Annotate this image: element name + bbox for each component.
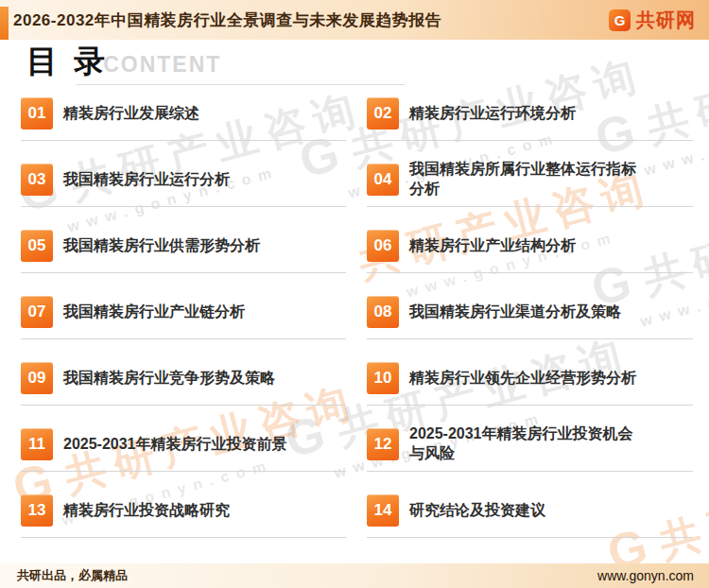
- heading-underline: [76, 84, 405, 85]
- logo-text: 共研网: [636, 8, 696, 33]
- item-number-badge: 04: [367, 164, 399, 196]
- toc-grid: 01 精装房行业发展综述 02 精装房行业运行环境分析 03 我国精装房行业运行…: [21, 89, 695, 552]
- toc-item-06[interactable]: 06 精装房行业产业结构分析: [367, 221, 695, 287]
- page-footer: 共研出品，必属精品 www.gonyn.com: [0, 563, 709, 588]
- item-number-badge: 13: [21, 494, 53, 527]
- item-divider: [367, 471, 693, 472]
- item-divider: [21, 537, 346, 538]
- item-label: 我国精装房行业竞争形势及策略: [63, 369, 275, 389]
- toc-page: 2026-2032年中国精装房行业全景调查与未来发展趋势报告 G 共研网 G共研…: [0, 0, 709, 588]
- item-label: 精装房行业投资战略研究: [63, 501, 230, 521]
- page-header: 2026-2032年中国精装房行业全景调查与未来发展趋势报告 G 共研网: [0, 0, 709, 40]
- item-number-badge: 09: [21, 362, 53, 394]
- item-divider: [367, 140, 693, 141]
- item-number-badge: 12: [367, 428, 399, 460]
- item-divider: [21, 272, 346, 273]
- item-divider: [367, 537, 693, 538]
- toc-item-07[interactable]: 07 我国精装房行业产业链分析: [21, 287, 348, 354]
- toc-heading: 目 录 CONTENT: [26, 45, 221, 77]
- logo-g-icon: G: [609, 9, 631, 31]
- item-divider: [21, 338, 346, 339]
- toc-item-02[interactable]: 02 精装房行业运行环境分析: [367, 89, 695, 155]
- item-label: 我国精装房行业渠道分析及策略: [409, 303, 621, 322]
- item-divider: [367, 338, 693, 339]
- toc-item-05[interactable]: 05 我国精装房行业供需形势分析: [21, 221, 348, 287]
- item-label: 2025-2031年精装房行业投资机会 与风险: [409, 424, 633, 464]
- item-label: 精装房行业产业结构分析: [409, 236, 576, 256]
- item-number-badge: 11: [21, 428, 53, 460]
- item-label: 2025-2031年精装房行业投资前景: [63, 435, 287, 455]
- item-divider: [367, 272, 693, 273]
- item-number-badge: 02: [367, 97, 399, 130]
- toc-item-13[interactable]: 13 精装房行业投资战略研究: [21, 486, 348, 552]
- item-number-badge: 14: [367, 494, 399, 527]
- item-label: 精装房行业发展综述: [63, 104, 199, 124]
- footer-website-link[interactable]: www.gonyn.com: [597, 568, 694, 583]
- report-title: 2026-2032年中国精装房行业全景调查与未来发展趋势报告: [13, 9, 441, 31]
- item-divider: [367, 206, 693, 207]
- item-number-badge: 03: [21, 164, 53, 196]
- toc-item-03[interactable]: 03 我国精装房行业运行分析: [21, 155, 348, 221]
- item-divider: [367, 405, 693, 406]
- item-divider: [21, 405, 346, 406]
- toc-item-11[interactable]: 11 2025-2031年精装房行业投资前景: [21, 420, 348, 486]
- footer-slogan: 共研出品，必属精品: [17, 567, 128, 584]
- toc-item-09[interactable]: 09 我国精装房行业竞争形势及策略: [21, 354, 348, 420]
- item-label: 研究结论及投资建议: [409, 501, 545, 521]
- item-label: 我国精装房所属行业整体运行指标 分析: [409, 160, 636, 199]
- item-divider: [21, 471, 346, 472]
- item-number-badge: 10: [367, 362, 399, 394]
- toc-title-chinese: 目 录: [26, 45, 109, 77]
- item-divider: [21, 140, 346, 141]
- toc-item-12[interactable]: 12 2025-2031年精装房行业投资机会 与风险: [367, 420, 695, 486]
- toc-item-01[interactable]: 01 精装房行业发展综述: [21, 89, 348, 155]
- item-number-badge: 01: [21, 97, 53, 130]
- header-accent-strip: [0, 7, 9, 40]
- item-number-badge: 08: [367, 296, 399, 328]
- item-number-badge: 06: [367, 230, 399, 262]
- site-logo[interactable]: G 共研网: [609, 8, 696, 33]
- toc-item-10[interactable]: 10 精装房行业领先企业经营形势分析: [367, 354, 695, 420]
- item-label: 精装房行业运行环境分析: [409, 104, 576, 124]
- toc-title-english: CONTENT: [103, 54, 221, 76]
- item-number-badge: 07: [21, 296, 53, 328]
- item-label: 我国精装房行业产业链分析: [63, 303, 245, 322]
- item-divider: [21, 206, 346, 207]
- toc-item-04[interactable]: 04 我国精装房所属行业整体运行指标 分析: [367, 155, 695, 221]
- toc-item-14[interactable]: 14 研究结论及投资建议: [367, 486, 695, 552]
- toc-item-08[interactable]: 08 我国精装房行业渠道分析及策略: [367, 287, 695, 354]
- item-label: 我国精装房行业运行分析: [63, 170, 230, 190]
- item-label: 精装房行业领先企业经营形势分析: [409, 369, 636, 389]
- item-label: 我国精装房行业供需形势分析: [63, 236, 260, 256]
- item-number-badge: 05: [21, 230, 53, 262]
